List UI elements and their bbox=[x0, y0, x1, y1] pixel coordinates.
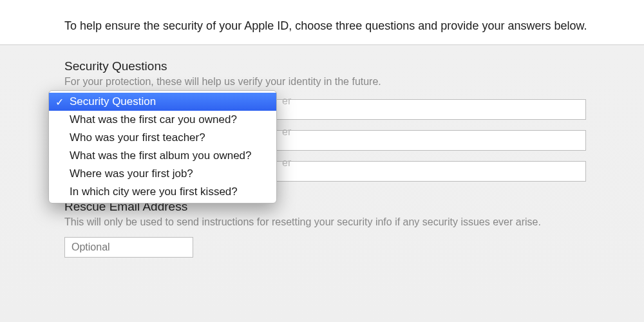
dropdown-item-first-kiss-city[interactable]: In which city were you first kissed? bbox=[49, 183, 276, 201]
page-intro: To help ensure the security of your Appl… bbox=[0, 0, 644, 44]
dropdown-item-label: Where was your first job? bbox=[70, 167, 193, 180]
dropdown-item-placeholder[interactable]: ✓ Security Question bbox=[49, 93, 276, 111]
answer3-placeholder-fragment: er bbox=[282, 157, 291, 169]
dropdown-item-label: Who was your first teacher? bbox=[70, 131, 205, 144]
dropdown-item-first-job[interactable]: Where was your first job? bbox=[49, 165, 276, 183]
dropdown-item-label: What was the first car you owned? bbox=[70, 113, 237, 126]
security-questions-subtitle: For your protection, these will help us … bbox=[64, 76, 592, 88]
dropdown-item-first-teacher[interactable]: Who was your first teacher? bbox=[49, 129, 276, 147]
rescue-email-subtitle: This will only be used to send instructi… bbox=[64, 216, 592, 228]
form-area: Security Questions For your protection, … bbox=[0, 45, 644, 322]
rescue-email-input[interactable] bbox=[64, 237, 193, 258]
answer1-placeholder-fragment: er bbox=[282, 95, 291, 107]
dropdown-item-first-album[interactable]: What was the first album you owned? bbox=[49, 147, 276, 165]
dropdown-item-label: Security Question bbox=[70, 95, 156, 108]
check-icon: ✓ bbox=[55, 96, 64, 108]
security-question-dropdown[interactable]: ✓ Security Question What was the first c… bbox=[48, 90, 277, 204]
dropdown-item-label: What was the first album you owned? bbox=[70, 149, 252, 162]
dropdown-item-first-car[interactable]: What was the first car you owned? bbox=[49, 111, 276, 129]
answer2-placeholder-fragment: er bbox=[282, 126, 291, 138]
security-questions-title: Security Questions bbox=[64, 59, 592, 73]
dropdown-item-label: In which city were you first kissed? bbox=[70, 185, 238, 198]
